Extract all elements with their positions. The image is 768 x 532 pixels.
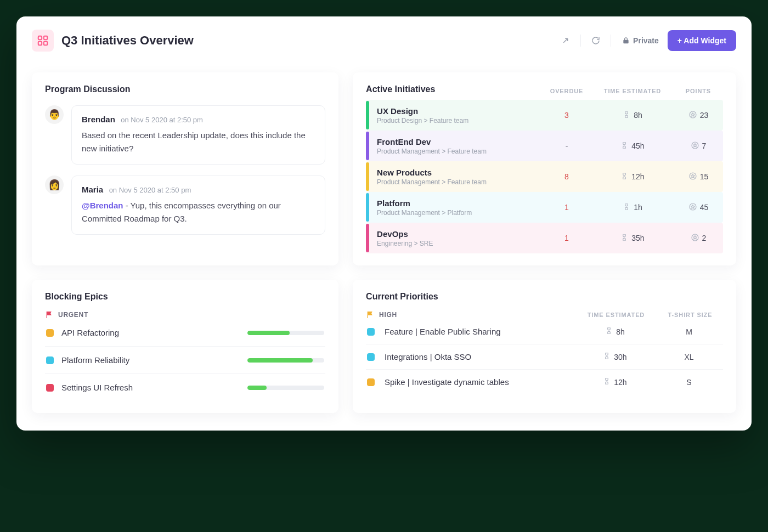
epic-row[interactable]: Platform Reliability — [45, 347, 325, 374]
svg-rect-3 — [44, 42, 47, 45]
dashboard-window: Q3 Initiatives Overview Private + Add — [16, 16, 752, 431]
discussion-list: 👨 Brendan on Nov 5 2020 at 2:50 pm Based… — [45, 105, 325, 235]
status-dot — [367, 378, 375, 386]
initiative-row[interactable]: UX Design Product Design > Feature team … — [366, 100, 723, 131]
status-dot — [46, 356, 54, 364]
priority-name: Integrations | Okta SSO — [379, 352, 574, 361]
comment-author: Brendan — [82, 115, 115, 124]
overdue-value: 8 — [542, 172, 591, 181]
initiative-path: Engineering > SRE — [377, 240, 542, 247]
points-value: 15 — [674, 172, 723, 182]
initiative-path: Product Management > Platform — [377, 209, 542, 217]
hourglass-icon — [605, 327, 613, 336]
epic-name: Platform Reliability — [61, 355, 240, 365]
hourglass-icon — [603, 377, 611, 387]
comment-meta: Maria on Nov 5 2020 at 2:50 pm — [82, 185, 315, 195]
time-estimated: 12h — [591, 172, 674, 182]
initiative-path: Product Design > Feature team — [377, 117, 542, 124]
initiative-rows: UX Design Product Design > Feature team … — [366, 100, 723, 253]
progress-fill — [247, 386, 267, 390]
svg-rect-2 — [38, 42, 42, 45]
initiative-main: New Products Product Management > Featur… — [369, 163, 542, 190]
star-icon — [688, 172, 697, 182]
mention[interactable]: @Brendan — [82, 201, 123, 210]
comment-meta: Brendan on Nov 5 2020 at 2:50 pm — [82, 115, 315, 124]
initiative-name: FrontEnd Dev — [377, 137, 542, 146]
col-time: TIME ESTIMATED — [591, 88, 674, 94]
comment-author: Maria — [82, 185, 103, 194]
status-dot — [46, 384, 54, 392]
priority-rows: Feature | Enable Public Sharing 8h M Int… — [366, 319, 723, 394]
points-value: 45 — [674, 202, 723, 213]
initiative-row[interactable]: FrontEnd Dev Product Management > Featur… — [366, 131, 723, 161]
initiative-name: Platform — [377, 199, 542, 208]
priority-row[interactable]: Integrations | Okta SSO 30h XL — [366, 344, 723, 370]
page-title: Q3 Initiatives Overview — [61, 33, 549, 48]
expand-icon[interactable] — [556, 31, 575, 50]
time-estimated: 12h — [574, 377, 656, 387]
initiative-main: FrontEnd Dev Product Management > Featur… — [369, 133, 542, 160]
card-title: Blocking Epics — [45, 292, 325, 302]
time-estimated: 35h — [591, 234, 674, 243]
initiative-name: DevOps — [377, 229, 542, 239]
col-size: T-SHIRT SIZE — [657, 312, 723, 318]
privacy-toggle[interactable]: Private — [617, 36, 664, 45]
initiative-row[interactable]: Platform Product Management > Platform 1… — [366, 192, 723, 223]
status-dot — [367, 328, 375, 336]
comment-box: Maria on Nov 5 2020 at 2:50 pm @Brendan … — [71, 176, 325, 235]
page-header: Q3 Initiatives Overview Private + Add — [32, 30, 736, 59]
dashboard-icon — [32, 30, 54, 52]
epic-name: Settings UI Refresh — [61, 383, 240, 392]
epic-row[interactable]: Settings UI Refresh — [45, 374, 325, 401]
refresh-icon[interactable] — [586, 31, 605, 50]
avatar[interactable]: 👩 — [45, 176, 64, 194]
comment-row: 👨 Brendan on Nov 5 2020 at 2:50 pm Based… — [45, 105, 325, 165]
card-title: Current Priorities — [366, 292, 723, 302]
overdue-value: - — [542, 142, 591, 150]
priority-row[interactable]: Feature | Enable Public Sharing 8h M — [366, 319, 723, 344]
svg-rect-0 — [38, 36, 42, 39]
comment-body: Based on the recent Leadership update, d… — [82, 129, 315, 155]
urgent-flag: URGENT — [45, 310, 325, 319]
time-estimated: 1h — [591, 203, 674, 212]
hourglass-icon — [620, 142, 628, 151]
flag-icon — [366, 310, 375, 319]
flag-label: URGENT — [58, 311, 88, 319]
hourglass-icon — [620, 172, 628, 182]
status-dot — [367, 353, 375, 361]
hourglass-icon — [623, 111, 630, 120]
overdue-value: 1 — [542, 203, 591, 212]
epic-row[interactable]: API Refactoring — [45, 319, 325, 347]
points-value: 7 — [674, 141, 723, 151]
priority-row[interactable]: Spike | Investigate dynamic tables 12h S — [366, 370, 723, 394]
lock-icon — [622, 37, 630, 44]
comment-box: Brendan on Nov 5 2020 at 2:50 pm Based o… — [71, 105, 325, 165]
time-estimated: 45h — [591, 142, 674, 151]
overdue-value: 3 — [542, 111, 591, 120]
time-estimated: 30h — [574, 352, 656, 361]
col-time: TIME ESTIMATED — [575, 312, 657, 318]
separator — [611, 35, 611, 47]
epic-name: API Refactoring — [61, 328, 240, 337]
current-priorities-card: Current Priorities HIGH TIME ESTIMATED T… — [353, 280, 736, 413]
header-actions: Private + Add Widget — [556, 30, 736, 51]
comment-date: on Nov 5 2020 at 2:50 pm — [109, 186, 191, 194]
tshirt-size: S — [656, 378, 722, 387]
comment-body: @Brendan - Yup, this encompasses everyth… — [82, 199, 315, 225]
hourglass-icon — [603, 352, 611, 361]
add-widget-button[interactable]: + Add Widget — [668, 30, 736, 51]
star-icon — [691, 141, 699, 151]
priority-name: Feature | Enable Public Sharing — [379, 327, 574, 336]
avatar[interactable]: 👨 — [45, 105, 64, 124]
initiative-row[interactable]: DevOps Engineering > SRE 1 35h 2 — [366, 223, 723, 253]
progress-bar — [247, 331, 324, 335]
epic-rows: API Refactoring Platform Reliability Set… — [45, 319, 325, 401]
star-icon — [688, 110, 697, 121]
status-dot — [46, 329, 54, 337]
hourglass-icon — [620, 234, 628, 243]
initiative-row[interactable]: New Products Product Management > Featur… — [366, 161, 723, 192]
star-icon — [688, 202, 697, 213]
blocking-epics-card: Blocking Epics URGENT API Refactoring Pl… — [32, 280, 338, 413]
progress-bar — [247, 386, 324, 390]
privacy-label: Private — [633, 36, 659, 45]
